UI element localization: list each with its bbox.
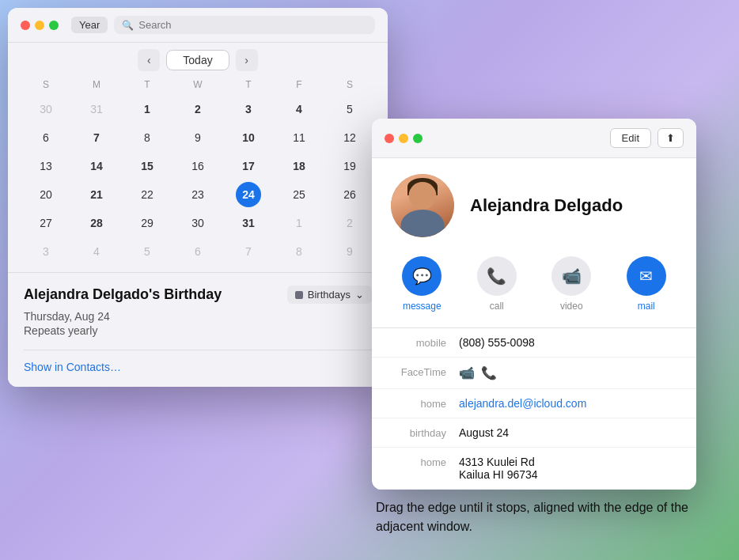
- today-button[interactable]: Today: [166, 50, 229, 70]
- close-button[interactable]: [21, 21, 30, 30]
- video-button[interactable]: 📹: [551, 256, 591, 296]
- birthday-field-row: birthday August 24: [372, 418, 696, 448]
- calendar-day[interactable]: 4: [84, 239, 109, 264]
- next-button[interactable]: ›: [236, 49, 258, 71]
- calendar-day[interactable]: 2: [185, 96, 210, 122]
- contact-minimize-button[interactable]: [399, 134, 408, 143]
- address-field-row: home 4313 Kuulei RdKailua HI 96734: [372, 448, 696, 490]
- calendar-day[interactable]: 5: [135, 239, 160, 264]
- message-button[interactable]: 💬: [402, 256, 442, 296]
- calendar-day[interactable]: 7: [84, 125, 109, 150]
- edit-button[interactable]: Edit: [610, 128, 651, 148]
- fullscreen-button[interactable]: [49, 21, 59, 30]
- calendar-grid: S M T W T F S 30311234567891011121314151…: [8, 78, 388, 272]
- share-button[interactable]: ⬆: [658, 128, 684, 148]
- calendar-day[interactable]: 27: [33, 210, 59, 236]
- instruction-text: Drag the edge until it stops, aligned wi…: [376, 498, 692, 536]
- calendar-day[interactable]: 21: [84, 182, 109, 207]
- facetime-phone-icon[interactable]: 📞: [481, 365, 497, 380]
- event-title: Alejandra Delgado's Birthday: [24, 286, 222, 303]
- calendar-day[interactable]: 7: [236, 239, 261, 264]
- birthdays-badge: Birthdays ⌄: [287, 286, 372, 304]
- calendar-day[interactable]: 12: [337, 125, 362, 150]
- day-header-fri: F: [274, 78, 324, 92]
- calendar-day[interactable]: 16: [185, 153, 210, 179]
- calendar-day[interactable]: 4: [286, 96, 312, 122]
- calendar-day[interactable]: 5: [337, 96, 362, 122]
- message-label: message: [403, 301, 442, 312]
- calendar-day[interactable]: 20: [33, 182, 59, 207]
- calendar-day[interactable]: 6: [33, 125, 59, 150]
- mail-button[interactable]: ✉: [627, 256, 666, 296]
- calendar-window: Year 🔍 ‹ Today › S M T W T F S 303112345…: [8, 8, 388, 387]
- calendar-day[interactable]: 28: [84, 210, 109, 236]
- calendar-day[interactable]: 11: [286, 125, 312, 150]
- calendar-day[interactable]: 23: [185, 182, 210, 207]
- divider: [24, 350, 372, 350]
- day-header-wed: W: [172, 78, 223, 92]
- calendar-day[interactable]: 29: [135, 210, 160, 236]
- calendar-day[interactable]: 30: [33, 96, 59, 122]
- calendar-day[interactable]: 17: [236, 153, 261, 179]
- contact-window-buttons: Edit ⬆: [610, 128, 684, 148]
- email-value[interactable]: alejandra.del@icloud.com: [459, 397, 677, 410]
- avatar-body: [401, 210, 445, 237]
- search-icon: 🔍: [122, 20, 134, 31]
- show-contacts-link[interactable]: Show in Contacts…: [24, 361, 121, 373]
- avatar-image: [391, 174, 454, 237]
- calendar-day[interactable]: 2: [337, 210, 362, 236]
- calendar-week-2: 13141516171819: [21, 152, 375, 180]
- calendar-day[interactable]: 3: [236, 96, 261, 122]
- day-header-sat: S: [324, 78, 375, 92]
- minimize-button[interactable]: [35, 21, 44, 30]
- calendar-day[interactable]: 14: [84, 153, 109, 179]
- calendar-day[interactable]: 1: [286, 210, 312, 236]
- call-button[interactable]: 📞: [477, 256, 517, 296]
- facetime-video-icon[interactable]: 📹: [459, 365, 475, 380]
- avatar-face: [409, 182, 437, 210]
- mail-action: ✉ mail: [627, 256, 666, 312]
- traffic-lights: [21, 21, 59, 30]
- mobile-label: mobile: [391, 336, 446, 349]
- video-action: 📹 video: [551, 256, 591, 312]
- calendar-day[interactable]: 31: [84, 96, 109, 122]
- calendar-day[interactable]: 30: [185, 210, 210, 236]
- contact-close-button[interactable]: [385, 134, 394, 143]
- day-header-tue: T: [122, 78, 172, 92]
- calendar-week-3: 20212223242526: [21, 180, 375, 209]
- contact-traffic-lights: [385, 134, 423, 143]
- mail-label: mail: [638, 301, 655, 312]
- calendar-day[interactable]: 3: [33, 239, 59, 264]
- birthday-value: August 24: [459, 426, 677, 439]
- calendar-day[interactable]: 24: [236, 182, 261, 207]
- calendar-day[interactable]: 31: [236, 210, 261, 236]
- contact-fullscreen-button[interactable]: [413, 134, 423, 143]
- calendar-day[interactable]: 13: [33, 153, 59, 179]
- day-header-thu: T: [223, 78, 274, 92]
- year-tab[interactable]: Year: [71, 17, 108, 33]
- event-title-row: Alejandra Delgado's Birthday Birthdays ⌄: [24, 286, 372, 304]
- calendar-nav: ‹ Today ›: [8, 43, 388, 78]
- calendar-day[interactable]: 9: [185, 125, 210, 150]
- calendar-day[interactable]: 1: [135, 96, 160, 122]
- address-value: 4313 Kuulei RdKailua HI 96734: [459, 456, 677, 481]
- calendar-day[interactable]: 22: [135, 182, 160, 207]
- avatar: [391, 174, 454, 237]
- calendar-day[interactable]: 9: [337, 239, 362, 264]
- calendar-week-0: 303112345: [21, 95, 375, 123]
- calendar-day[interactable]: 6: [185, 239, 210, 264]
- calendar-day[interactable]: 19: [337, 153, 362, 179]
- calendar-day[interactable]: 10: [236, 125, 261, 150]
- calendar-day[interactable]: 26: [337, 182, 362, 207]
- search-input[interactable]: [138, 19, 367, 31]
- calendar-day[interactable]: 8: [135, 125, 160, 150]
- prev-button[interactable]: ‹: [138, 49, 160, 71]
- calendar-day[interactable]: 25: [286, 182, 312, 207]
- birthdays-dot: [295, 291, 303, 299]
- day-header-sun: S: [21, 78, 71, 92]
- calendar-day[interactable]: 18: [286, 153, 312, 179]
- calendar-day[interactable]: 15: [135, 153, 160, 179]
- mobile-value[interactable]: (808) 555-0098: [459, 336, 677, 349]
- birthdays-label: Birthdays: [308, 289, 351, 301]
- calendar-day[interactable]: 8: [286, 239, 312, 264]
